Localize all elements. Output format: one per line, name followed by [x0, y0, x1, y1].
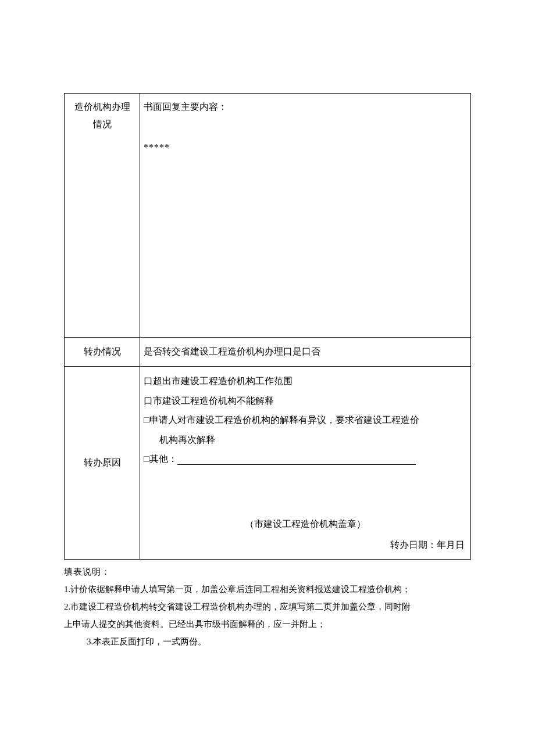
row1-heading: 书面回复主要内容：: [144, 98, 467, 116]
row3-opt2: 口市建设工程造价机构不能解释: [144, 391, 467, 411]
row1-content-cell: 书面回复主要内容： *****: [140, 94, 471, 338]
row3-opt1: 口超出市建设工程造价机构工作范围: [144, 371, 467, 391]
row3-label: 转办原因: [84, 457, 121, 467]
row3-seal: （市建设工程造价机构盖章）: [144, 515, 467, 533]
row1-label-line2: 情况: [93, 119, 112, 129]
row3-opt4: □其他：: [144, 449, 467, 469]
row1-stars: *****: [144, 139, 467, 156]
row3-opt4-underline: [177, 456, 416, 465]
note-1: 1.计价依据解释申请人填写第一页，加盖公章后连同工程相关资料报送建设工程造价机构…: [64, 581, 471, 598]
row3-label-cell: 转办原因: [65, 367, 140, 560]
row2-text: 是否转交省建设工程造价机构办理口是口否: [144, 346, 320, 356]
row3-date: 转办日期：年月日: [144, 536, 467, 554]
note-2b: 上申请人提交的其他资料。已经出具市级书面解释的，应一并附上；: [64, 615, 471, 633]
row3-opt3-line2: 机构再次解释: [144, 430, 467, 450]
row1-label-line1: 造价机构办理: [74, 102, 130, 112]
note-2: 2.市建设工程造价机构转交省建设工程造价机构办理的，应填写第二页并加盖公章，同时…: [64, 598, 471, 615]
table-row: 转办原因 口超出市建设工程造价机构工作范围 口市建设工程造价机构不能解释 □申请…: [65, 367, 471, 560]
table-row: 造价机构办理 情况 书面回复主要内容： *****: [65, 94, 471, 338]
table-row: 转办情况 是否转交省建设工程造价机构办理口是口否: [65, 338, 471, 367]
row2-label-cell: 转办情况: [65, 338, 140, 367]
row1-label-cell: 造价机构办理 情况: [65, 94, 140, 338]
row3-opt3-line1: □申请人对市建设工程造价机构的解释有异议，要求省建设工程造价: [144, 410, 467, 430]
note-3: 3.本表正反面打印，一式两份。: [64, 633, 471, 650]
row2-content-cell: 是否转交省建设工程造价机构办理口是口否: [140, 338, 471, 367]
notes-section: 填表说明： 1.计价依据解释申请人填写第一页，加盖公章后连同工程相关资料报送建设…: [64, 563, 471, 650]
form-table: 造价机构办理 情况 书面回复主要内容： ***** 转办情况 是否转交省建设工程…: [64, 93, 471, 560]
row2-label: 转办情况: [84, 346, 121, 356]
notes-heading: 填表说明：: [64, 563, 471, 581]
row3-opt4-prefix: □其他：: [144, 454, 177, 464]
row3-content-cell: 口超出市建设工程造价机构工作范围 口市建设工程造价机构不能解释 □申请人对市建设…: [140, 367, 471, 560]
